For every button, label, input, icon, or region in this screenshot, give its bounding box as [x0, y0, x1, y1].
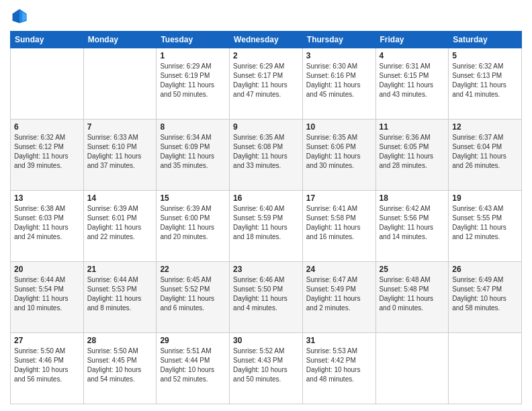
- day-number: 25: [380, 265, 445, 274]
- day-info: Sunrise: 6:44 AMSunset: 5:54 PMDaylight:…: [14, 275, 80, 313]
- day-info: Sunrise: 6:34 AMSunset: 6:09 PMDaylight:…: [160, 133, 226, 171]
- day-info: Sunrise: 6:29 AMSunset: 6:17 PMDaylight:…: [233, 62, 299, 99]
- day-cell: [83, 48, 157, 120]
- day-number: 3: [306, 51, 372, 60]
- day-cell: 17Sunrise: 6:41 AMSunset: 5:58 PMDayligh…: [302, 191, 375, 262]
- day-info: Sunrise: 6:38 AMSunset: 6:03 PMDaylight:…: [14, 204, 80, 242]
- week-row-5: 27Sunrise: 5:50 AMSunset: 4:46 PMDayligh…: [11, 333, 522, 404]
- day-cell: 24Sunrise: 6:47 AMSunset: 5:49 PMDayligh…: [302, 262, 375, 333]
- weekday-sunday: Sunday: [11, 32, 84, 48]
- day-info: Sunrise: 6:30 AMSunset: 6:16 PMDaylight:…: [306, 62, 372, 99]
- week-row-1: 1Sunrise: 6:29 AMSunset: 6:19 PMDaylight…: [11, 48, 522, 120]
- logo-icon: [10, 7, 29, 26]
- day-number: 16: [233, 193, 299, 203]
- day-cell: 5Sunrise: 6:32 AMSunset: 6:13 PMDaylight…: [449, 48, 522, 120]
- weekday-thursday: Thursday: [302, 32, 375, 48]
- day-info: Sunrise: 6:41 AMSunset: 5:58 PMDaylight:…: [306, 204, 372, 242]
- day-cell: 11Sunrise: 6:36 AMSunset: 6:05 PMDayligh…: [375, 120, 449, 191]
- day-cell: 22Sunrise: 6:45 AMSunset: 5:52 PMDayligh…: [157, 262, 230, 333]
- day-number: 2: [233, 51, 299, 60]
- day-cell: 20Sunrise: 6:44 AMSunset: 5:54 PMDayligh…: [11, 262, 84, 333]
- calendar: SundayMondayTuesdayWednesdayThursdayFrid…: [10, 31, 522, 404]
- day-cell: 30Sunrise: 5:52 AMSunset: 4:43 PMDayligh…: [230, 333, 303, 404]
- weekday-monday: Monday: [83, 32, 157, 48]
- weekday-friday: Friday: [375, 32, 449, 48]
- day-info: Sunrise: 6:35 AMSunset: 6:06 PMDaylight:…: [306, 133, 372, 171]
- day-cell: 7Sunrise: 6:33 AMSunset: 6:10 PMDaylight…: [83, 120, 157, 191]
- day-info: Sunrise: 6:47 AMSunset: 5:49 PMDaylight:…: [306, 275, 372, 313]
- weekday-tuesday: Tuesday: [157, 32, 230, 48]
- page: SundayMondayTuesdayWednesdayThursdayFrid…: [0, 0, 532, 411]
- svg-marker-2: [19, 9, 22, 24]
- day-number: 21: [87, 265, 153, 274]
- day-number: 14: [87, 193, 153, 203]
- day-number: 9: [233, 122, 299, 132]
- day-cell: 29Sunrise: 5:51 AMSunset: 4:44 PMDayligh…: [157, 333, 230, 404]
- day-cell: 9Sunrise: 6:35 AMSunset: 6:08 PMDaylight…: [230, 120, 303, 191]
- day-info: Sunrise: 6:45 AMSunset: 5:52 PMDaylight:…: [160, 275, 226, 313]
- day-info: Sunrise: 5:52 AMSunset: 4:43 PMDaylight:…: [233, 347, 299, 384]
- week-row-2: 6Sunrise: 6:32 AMSunset: 6:12 PMDaylight…: [11, 120, 522, 191]
- day-info: Sunrise: 6:46 AMSunset: 5:50 PMDaylight:…: [233, 275, 299, 313]
- weekday-saturday: Saturday: [449, 32, 522, 48]
- day-number: 12: [452, 122, 518, 132]
- logo: [10, 7, 32, 26]
- day-info: Sunrise: 5:50 AMSunset: 4:45 PMDaylight:…: [87, 347, 153, 384]
- day-info: Sunrise: 6:32 AMSunset: 6:13 PMDaylight:…: [452, 62, 518, 99]
- day-cell: 19Sunrise: 6:43 AMSunset: 5:55 PMDayligh…: [449, 191, 522, 262]
- day-cell: [449, 333, 522, 404]
- day-number: 13: [14, 193, 80, 203]
- day-info: Sunrise: 6:29 AMSunset: 6:19 PMDaylight:…: [160, 62, 226, 99]
- day-cell: 21Sunrise: 6:44 AMSunset: 5:53 PMDayligh…: [83, 262, 157, 333]
- day-info: Sunrise: 5:51 AMSunset: 4:44 PMDaylight:…: [160, 347, 226, 384]
- day-number: 18: [380, 193, 445, 203]
- day-cell: 10Sunrise: 6:35 AMSunset: 6:06 PMDayligh…: [302, 120, 375, 191]
- day-info: Sunrise: 5:50 AMSunset: 4:46 PMDaylight:…: [14, 347, 80, 384]
- day-info: Sunrise: 6:35 AMSunset: 6:08 PMDaylight:…: [233, 133, 299, 171]
- weekday-wednesday: Wednesday: [230, 32, 303, 48]
- day-cell: 14Sunrise: 6:39 AMSunset: 6:01 PMDayligh…: [83, 191, 157, 262]
- day-number: 20: [14, 265, 80, 274]
- day-number: 1: [160, 51, 226, 60]
- day-cell: 2Sunrise: 6:29 AMSunset: 6:17 PMDaylight…: [230, 48, 303, 120]
- day-number: 4: [380, 51, 445, 60]
- day-cell: 3Sunrise: 6:30 AMSunset: 6:16 PMDaylight…: [302, 48, 375, 120]
- day-number: 26: [452, 265, 518, 274]
- day-info: Sunrise: 6:31 AMSunset: 6:15 PMDaylight:…: [380, 62, 445, 99]
- day-number: 8: [160, 122, 226, 132]
- day-number: 28: [87, 336, 153, 345]
- day-number: 31: [306, 336, 372, 345]
- day-info: Sunrise: 6:39 AMSunset: 6:01 PMDaylight:…: [87, 204, 153, 242]
- day-info: Sunrise: 6:33 AMSunset: 6:10 PMDaylight:…: [87, 133, 153, 171]
- day-cell: 26Sunrise: 6:49 AMSunset: 5:47 PMDayligh…: [449, 262, 522, 333]
- day-cell: 23Sunrise: 6:46 AMSunset: 5:50 PMDayligh…: [230, 262, 303, 333]
- day-cell: 1Sunrise: 6:29 AMSunset: 6:19 PMDaylight…: [157, 48, 230, 120]
- day-info: Sunrise: 6:49 AMSunset: 5:47 PMDaylight:…: [452, 275, 518, 313]
- day-number: 7: [87, 122, 153, 132]
- day-info: Sunrise: 6:43 AMSunset: 5:55 PMDaylight:…: [452, 204, 518, 242]
- day-cell: [11, 48, 84, 120]
- weekday-header-row: SundayMondayTuesdayWednesdayThursdayFrid…: [11, 32, 522, 48]
- day-cell: 12Sunrise: 6:37 AMSunset: 6:04 PMDayligh…: [449, 120, 522, 191]
- day-number: 27: [14, 336, 80, 345]
- day-cell: 15Sunrise: 6:39 AMSunset: 6:00 PMDayligh…: [157, 191, 230, 262]
- day-cell: 27Sunrise: 5:50 AMSunset: 4:46 PMDayligh…: [11, 333, 84, 404]
- day-info: Sunrise: 6:32 AMSunset: 6:12 PMDaylight:…: [14, 133, 80, 171]
- day-cell: 8Sunrise: 6:34 AMSunset: 6:09 PMDaylight…: [157, 120, 230, 191]
- day-number: 22: [160, 265, 226, 274]
- day-number: 10: [306, 122, 372, 132]
- day-info: Sunrise: 5:53 AMSunset: 4:42 PMDaylight:…: [306, 347, 372, 384]
- day-cell: 28Sunrise: 5:50 AMSunset: 4:45 PMDayligh…: [83, 333, 157, 404]
- day-cell: 18Sunrise: 6:42 AMSunset: 5:56 PMDayligh…: [375, 191, 449, 262]
- day-number: 23: [233, 265, 299, 274]
- day-cell: 6Sunrise: 6:32 AMSunset: 6:12 PMDaylight…: [11, 120, 84, 191]
- day-info: Sunrise: 6:36 AMSunset: 6:05 PMDaylight:…: [380, 133, 445, 171]
- day-number: 24: [306, 265, 372, 274]
- day-cell: 16Sunrise: 6:40 AMSunset: 5:59 PMDayligh…: [230, 191, 303, 262]
- day-info: Sunrise: 6:40 AMSunset: 5:59 PMDaylight:…: [233, 204, 299, 242]
- day-number: 11: [380, 122, 445, 132]
- day-cell: 13Sunrise: 6:38 AMSunset: 6:03 PMDayligh…: [11, 191, 84, 262]
- header: [10, 7, 522, 26]
- day-number: 29: [160, 336, 226, 345]
- day-number: 17: [306, 193, 372, 203]
